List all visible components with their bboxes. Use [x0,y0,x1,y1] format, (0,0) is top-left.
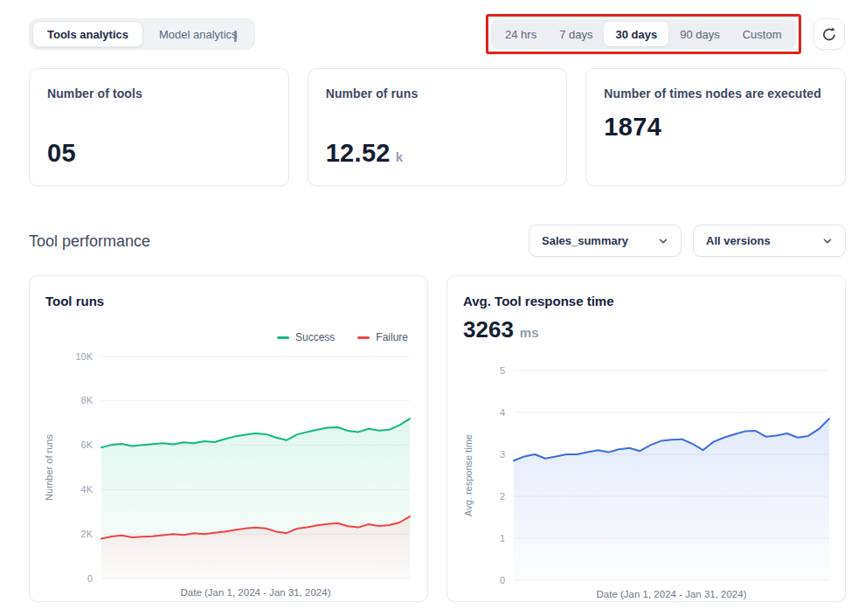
time-range-label: 24 hrs [505,28,536,41]
time-range-30days[interactable]: 30 days [604,22,668,46]
stat-card-value: 05 [47,139,76,168]
avg-response-time-chart-card: Avg. Tool response time 3263 ms 012345Da… [446,275,846,602]
avg-response-time-value: 3263 [463,316,514,343]
time-range-24hrs[interactable]: 24 hrs [494,22,548,46]
svg-text:6K: 6K [81,440,93,450]
svg-text:4: 4 [500,407,505,418]
legend-failure-label: Failure [376,331,408,343]
svg-text:5: 5 [500,365,505,376]
svg-text:Date (Jan 1, 2024 - Jan 31, 20: Date (Jan 1, 2024 - Jan 31, 2024) [597,589,747,599]
chart-legend: Success Failure [277,331,408,343]
stat-card-value: 1874 [604,113,661,142]
version-select-value: All versions [706,234,771,247]
stat-card-number-of-runs: Number of runs 12.52 k [308,68,568,186]
section-title-tool-performance: Tool performance [29,232,150,251]
refresh-button[interactable] [813,18,845,50]
svg-text:3: 3 [500,449,505,460]
tab-tools-analytics[interactable]: Tools analytics [32,21,143,47]
refresh-icon [820,25,838,43]
chevron-down-icon [658,236,668,246]
svg-text:10K: 10K [75,351,93,362]
tool-select-value: Sales_summary [542,234,628,247]
time-range-90days[interactable]: 90 days [668,22,731,46]
time-range-label: 7 days [559,28,592,41]
chart-title: Tool runs [45,294,104,308]
avg-response-time-unit: ms [520,325,539,340]
stat-cards-row: Number of tools 05 Number of runs 12.52 … [29,68,846,186]
legend-success-swatch [277,336,289,339]
stat-card-number-of-tools: Number of tools 05 [29,68,289,186]
legend-success-label: Success [295,331,335,343]
svg-text:1: 1 [500,533,505,543]
stat-card-label: Number of times nodes are executed [604,87,827,100]
cropped-ui-artifact [234,31,237,42]
svg-text:0: 0 [87,573,93,584]
svg-text:0: 0 [500,575,505,585]
svg-text:4K: 4K [81,484,93,495]
svg-text:Date (Jan 1, 2024 - Jan 31, 20: Date (Jan 1, 2024 - Jan 31, 2024) [181,587,331,598]
stat-card-label: Number of runs [326,87,550,100]
tab-label: Tools analytics [47,28,128,41]
time-range-selector: 24 hrs 7 days 30 days 90 days Custom [491,19,796,49]
avg-response-time-value-row: 3263 ms [463,316,539,343]
time-range-label: 90 days [680,28,720,41]
avg-response-time-line-chart: 012345Date (Jan 1, 2024 - Jan 31, 2024)A… [447,360,846,602]
time-range-custom[interactable]: Custom [731,22,793,46]
tool-runs-chart-card: Tool runs Success Failure 02K4K6K8K10KDa… [29,275,428,602]
svg-text:2K: 2K [81,529,93,539]
tool-runs-line-chart: 02K4K6K8K10KDate (Jan 1, 2024 - Jan 31, … [30,350,428,602]
svg-text:Avg. response time: Avg. response time [463,434,474,516]
analytics-dashboard: Tools analytics Model analytics 24 hrs 7… [0,0,865,616]
legend-item-failure: Failure [357,331,408,343]
legend-item-success: Success [277,331,335,343]
filters-row: Sales_summary All versions [529,225,846,257]
analytics-tab-group: Tools analytics Model analytics [29,18,255,50]
svg-text:2: 2 [500,491,505,502]
time-range-7days[interactable]: 7 days [548,22,604,46]
legend-failure-swatch [357,336,370,339]
version-select-dropdown[interactable]: All versions [693,225,846,257]
stat-card-suffix: k [396,149,403,164]
chevron-down-icon [822,236,833,246]
tab-label: Model analytics [159,28,238,41]
stat-card-value: 12.52 [326,139,391,168]
svg-text:Number of runs: Number of runs [44,434,54,501]
stat-card-label: Number of tools [47,87,271,100]
stat-card-node-executions: Number of times nodes are executed 1874 [585,68,846,186]
time-range-label: 30 days [615,28,657,41]
annotation-highlight-box: 24 hrs 7 days 30 days 90 days Custom [486,14,801,54]
chart-title: Avg. Tool response time [463,294,614,308]
tool-select-dropdown[interactable]: Sales_summary [529,225,682,257]
time-range-label: Custom [743,28,782,41]
svg-text:8K: 8K [81,395,93,405]
